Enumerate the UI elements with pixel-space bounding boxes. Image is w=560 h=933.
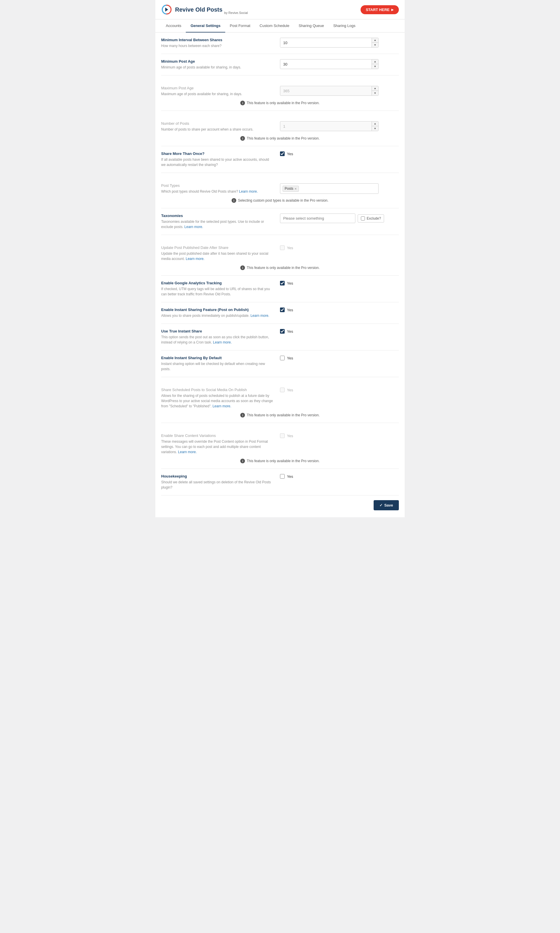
maximum-post-age-desc: Maximum age of posts available for shari… <box>161 91 274 97</box>
minimum-post-age-desc: Minimum age of posts available for shari… <box>161 65 274 70</box>
minimum-post-age-down[interactable]: ▼ <box>372 64 378 69</box>
taxonomies-desc: Taxonomies available for the selected po… <box>161 219 274 230</box>
update-post-date-learn-more[interactable]: Learn more. <box>186 257 205 261</box>
post-types-select[interactable]: Posts × <box>280 184 378 194</box>
minimum-post-age-up[interactable]: ▲ <box>372 60 378 64</box>
minimum-post-age-input[interactable] <box>280 60 372 69</box>
maximum-post-age-input <box>280 86 372 96</box>
taxonomy-select-input[interactable] <box>280 214 355 223</box>
post-types-desc: Which post types should Revive Old Posts… <box>161 189 274 194</box>
update-post-date-pro-notice: i This feature is only available in the … <box>161 263 399 271</box>
content-variations-pro-notice: i This feature is only available in the … <box>161 456 399 464</box>
housekeeping-desc: Should we delete all saved settings on d… <box>161 480 274 490</box>
setting-share-scheduled: Share Scheduled Posts to Social Media On… <box>161 377 399 423</box>
tab-accounts[interactable]: Accounts <box>161 19 186 32</box>
info-icon-4: i <box>240 265 245 270</box>
minimum-interval-input[interactable] <box>280 38 372 47</box>
instant-default-desc: Instant sharing option will be checked b… <box>161 361 274 372</box>
setting-instant-sharing: Enable Instant Sharing Feature (Post on … <box>161 302 399 324</box>
true-instant-checkbox-wrap: Yes <box>280 329 293 334</box>
housekeeping-yes-label[interactable]: Yes <box>287 474 293 479</box>
google-analytics-checkbox[interactable] <box>280 281 285 285</box>
setting-content-variations: Enable Share Content Variations These me… <box>161 423 399 469</box>
number-of-posts-up: ▲ <box>372 122 378 126</box>
setting-taxonomies: Taxonomies Taxonomies available for the … <box>161 208 399 235</box>
maximum-post-age-label: Maximum Post Age <box>161 86 274 90</box>
post-types-label: Post Types <box>161 184 274 188</box>
update-post-date-checkbox-wrap: Yes <box>280 245 293 250</box>
instant-sharing-checkbox-wrap: Yes <box>280 307 293 312</box>
google-analytics-label: Enable Google Analytics Tracking <box>161 281 274 285</box>
number-of-posts-input-wrap: ▲ ▼ <box>280 121 378 131</box>
instant-sharing-desc: Allows you to share posts immediately on… <box>161 313 274 318</box>
housekeeping-checkbox[interactable] <box>280 474 285 479</box>
app-title: Revive Old Posts <box>175 6 222 13</box>
number-of-posts-input <box>280 122 372 131</box>
true-instant-checkbox[interactable] <box>280 329 285 334</box>
google-analytics-yes-label[interactable]: Yes <box>287 281 293 285</box>
nav-tabs: Accounts General Settings Post Format Cu… <box>155 19 405 32</box>
setting-maximum-post-age: Maximum Post Age Maximum age of posts av… <box>161 76 399 111</box>
tab-sharing-queue[interactable]: Sharing Queue <box>294 19 328 32</box>
setting-update-post-date: Update Post Published Date After Share U… <box>161 235 399 276</box>
google-analytics-desc: If checked, UTM query tags will be added… <box>161 286 274 297</box>
tab-sharing-logs[interactable]: Sharing Logs <box>329 19 360 32</box>
instant-default-label: Enable Instant Sharing By Default <box>161 356 274 360</box>
content-variations-label: Enable Share Content Variations <box>161 433 274 438</box>
taxonomies-learn-more[interactable]: Learn more. <box>185 225 203 229</box>
update-post-date-yes-label: Yes <box>287 246 293 250</box>
content-variations-learn-more[interactable]: Learn more. <box>178 450 197 454</box>
info-icon: i <box>240 101 245 105</box>
setting-number-of-posts: Number of Posts Number of posts to share… <box>161 111 399 146</box>
number-of-posts-pro-notice: i This feature is only available in the … <box>161 134 399 142</box>
instant-sharing-learn-more[interactable]: Learn more. <box>251 314 269 318</box>
setting-minimum-interval: Minimum Interval Between Shares How many… <box>161 32 399 54</box>
share-scheduled-desc: Allows for the sharing of posts schedule… <box>161 393 274 409</box>
instant-default-yes-label[interactable]: Yes <box>287 356 293 360</box>
by-text: by Revive.Social <box>224 11 248 14</box>
start-here-button[interactable]: START HERE <box>361 5 399 14</box>
share-scheduled-yes-label: Yes <box>287 388 293 392</box>
share-more-label: Share More Than Once? <box>161 151 274 156</box>
post-types-tag-remove[interactable]: × <box>294 187 297 191</box>
maximum-post-age-input-wrap: ▲ ▼ <box>280 86 378 96</box>
post-types-learn-more[interactable]: Learn more. <box>239 190 258 193</box>
exclude-wrap: Exclude? <box>358 214 384 222</box>
number-of-posts-desc: Number of posts to share per account whe… <box>161 127 274 132</box>
minimum-interval-up[interactable]: ▲ <box>372 38 378 43</box>
share-more-checkbox-wrap: Yes <box>280 151 293 156</box>
taxonomies-label: Taxonomies <box>161 214 274 218</box>
setting-post-types: Post Types Which post types should Reviv… <box>161 173 399 208</box>
instant-sharing-yes-label[interactable]: Yes <box>287 308 293 312</box>
instant-sharing-checkbox[interactable] <box>280 307 285 312</box>
share-more-desc: If all available posts have been shared … <box>161 157 274 167</box>
tab-custom-schedule[interactable]: Custom Schedule <box>255 19 294 32</box>
share-scheduled-label: Share Scheduled Posts to Social Media On… <box>161 388 274 392</box>
setting-google-analytics: Enable Google Analytics Tracking If chec… <box>161 276 399 302</box>
minimum-interval-desc: How many hours between each share? <box>161 43 274 48</box>
info-icon-6: i <box>240 459 245 463</box>
post-types-tag: Posts × <box>283 186 299 192</box>
share-more-yes-label[interactable]: Yes <box>287 152 293 156</box>
content-variations-checkbox <box>280 433 285 438</box>
true-instant-learn-more[interactable]: Learn more. <box>213 340 232 344</box>
content-variations-desc: These messages will override the Post Co… <box>161 439 274 455</box>
app-logo <box>161 4 172 15</box>
save-button[interactable]: Save <box>374 500 399 510</box>
taxonomy-select-wrap: Exclude? <box>280 214 399 223</box>
exclude-label[interactable]: Exclude? <box>367 216 381 221</box>
number-of-posts-down: ▼ <box>372 126 378 131</box>
instant-sharing-label: Enable Instant Sharing Feature (Post on … <box>161 307 274 312</box>
share-more-checkbox[interactable] <box>280 151 285 156</box>
instant-default-checkbox[interactable] <box>280 356 285 360</box>
tab-general-settings[interactable]: General Settings <box>186 19 225 32</box>
true-instant-yes-label[interactable]: Yes <box>287 329 293 334</box>
update-post-date-desc: Update the post published date after it … <box>161 251 274 261</box>
exclude-checkbox[interactable] <box>361 216 365 221</box>
housekeeping-label: Housekeeping <box>161 474 274 478</box>
update-post-date-label: Update Post Published Date After Share <box>161 245 274 250</box>
share-scheduled-learn-more[interactable]: Learn more. <box>212 404 231 408</box>
share-scheduled-pro-notice: i This feature is only available in the … <box>161 410 399 419</box>
tab-post-format[interactable]: Post Format <box>225 19 255 32</box>
minimum-interval-down[interactable]: ▼ <box>372 43 378 47</box>
